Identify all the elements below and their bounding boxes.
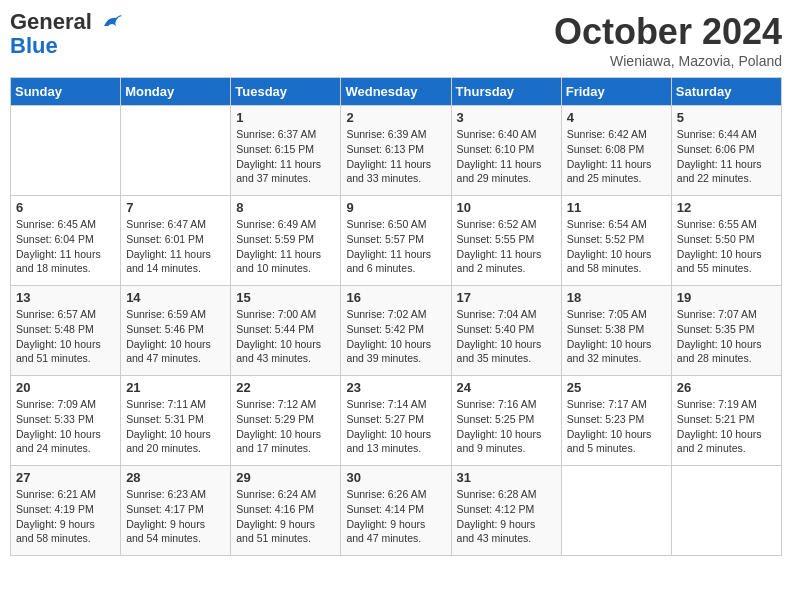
sunset-text: Sunset: 4:16 PM (236, 503, 314, 515)
sunrise-text: Sunrise: 6:40 AM (457, 128, 537, 140)
day-number: 9 (346, 200, 445, 215)
daylight-text: Daylight: 10 hours and 2 minutes. (677, 428, 762, 455)
daylight-text: Daylight: 10 hours and 32 minutes. (567, 338, 652, 365)
page-header: General Blue October 2024 Wieniawa, Mazo… (10, 10, 782, 69)
logo-bird-icon (100, 12, 122, 34)
calendar-cell: 14 Sunrise: 6:59 AM Sunset: 5:46 PM Dayl… (121, 286, 231, 376)
day-number: 30 (346, 470, 445, 485)
sunset-text: Sunset: 5:21 PM (677, 413, 755, 425)
weekday-header: Wednesday (341, 78, 451, 106)
calendar-cell: 29 Sunrise: 6:24 AM Sunset: 4:16 PM Dayl… (231, 466, 341, 556)
day-info: Sunrise: 7:09 AM Sunset: 5:33 PM Dayligh… (16, 397, 115, 456)
sunrise-text: Sunrise: 6:28 AM (457, 488, 537, 500)
month-title: October 2024 (554, 10, 782, 53)
calendar-cell (561, 466, 671, 556)
daylight-text: Daylight: 10 hours and 47 minutes. (126, 338, 211, 365)
daylight-text: Daylight: 10 hours and 51 minutes. (16, 338, 101, 365)
daylight-text: Daylight: 10 hours and 35 minutes. (457, 338, 542, 365)
day-info: Sunrise: 6:39 AM Sunset: 6:13 PM Dayligh… (346, 127, 445, 186)
sunrise-text: Sunrise: 7:02 AM (346, 308, 426, 320)
logo-text-blue: Blue (10, 34, 122, 58)
day-number: 29 (236, 470, 335, 485)
calendar-week-row: 27 Sunrise: 6:21 AM Sunset: 4:19 PM Dayl… (11, 466, 782, 556)
sunset-text: Sunset: 5:59 PM (236, 233, 314, 245)
calendar-cell: 13 Sunrise: 6:57 AM Sunset: 5:48 PM Dayl… (11, 286, 121, 376)
sunrise-text: Sunrise: 6:24 AM (236, 488, 316, 500)
day-number: 12 (677, 200, 776, 215)
daylight-text: Daylight: 9 hours and 58 minutes. (16, 518, 95, 545)
calendar-cell: 16 Sunrise: 7:02 AM Sunset: 5:42 PM Dayl… (341, 286, 451, 376)
daylight-text: Daylight: 9 hours and 47 minutes. (346, 518, 425, 545)
day-number: 23 (346, 380, 445, 395)
sunrise-text: Sunrise: 6:59 AM (126, 308, 206, 320)
daylight-text: Daylight: 11 hours and 18 minutes. (16, 248, 101, 275)
calendar-week-row: 13 Sunrise: 6:57 AM Sunset: 5:48 PM Dayl… (11, 286, 782, 376)
sunrise-text: Sunrise: 6:55 AM (677, 218, 757, 230)
day-info: Sunrise: 7:14 AM Sunset: 5:27 PM Dayligh… (346, 397, 445, 456)
day-info: Sunrise: 6:21 AM Sunset: 4:19 PM Dayligh… (16, 487, 115, 546)
day-info: Sunrise: 6:44 AM Sunset: 6:06 PM Dayligh… (677, 127, 776, 186)
day-number: 27 (16, 470, 115, 485)
day-number: 8 (236, 200, 335, 215)
sunset-text: Sunset: 6:06 PM (677, 143, 755, 155)
logo: General Blue (10, 10, 122, 58)
sunrise-text: Sunrise: 7:14 AM (346, 398, 426, 410)
calendar-cell (671, 466, 781, 556)
calendar-cell: 4 Sunrise: 6:42 AM Sunset: 6:08 PM Dayli… (561, 106, 671, 196)
sunrise-text: Sunrise: 7:12 AM (236, 398, 316, 410)
day-info: Sunrise: 6:59 AM Sunset: 5:46 PM Dayligh… (126, 307, 225, 366)
sunrise-text: Sunrise: 6:49 AM (236, 218, 316, 230)
sunset-text: Sunset: 5:27 PM (346, 413, 424, 425)
sunrise-text: Sunrise: 6:54 AM (567, 218, 647, 230)
day-number: 5 (677, 110, 776, 125)
calendar-header-row: SundayMondayTuesdayWednesdayThursdayFrid… (11, 78, 782, 106)
sunset-text: Sunset: 4:14 PM (346, 503, 424, 515)
day-number: 4 (567, 110, 666, 125)
day-number: 7 (126, 200, 225, 215)
day-number: 6 (16, 200, 115, 215)
day-number: 3 (457, 110, 556, 125)
calendar-cell: 30 Sunrise: 6:26 AM Sunset: 4:14 PM Dayl… (341, 466, 451, 556)
sunset-text: Sunset: 5:44 PM (236, 323, 314, 335)
day-number: 18 (567, 290, 666, 305)
daylight-text: Daylight: 10 hours and 5 minutes. (567, 428, 652, 455)
day-number: 28 (126, 470, 225, 485)
sunrise-text: Sunrise: 6:23 AM (126, 488, 206, 500)
day-number: 17 (457, 290, 556, 305)
sunset-text: Sunset: 6:10 PM (457, 143, 535, 155)
calendar-cell: 7 Sunrise: 6:47 AM Sunset: 6:01 PM Dayli… (121, 196, 231, 286)
daylight-text: Daylight: 11 hours and 2 minutes. (457, 248, 542, 275)
day-number: 13 (16, 290, 115, 305)
sunset-text: Sunset: 5:33 PM (16, 413, 94, 425)
calendar-cell: 20 Sunrise: 7:09 AM Sunset: 5:33 PM Dayl… (11, 376, 121, 466)
daylight-text: Daylight: 10 hours and 55 minutes. (677, 248, 762, 275)
calendar-cell: 10 Sunrise: 6:52 AM Sunset: 5:55 PM Dayl… (451, 196, 561, 286)
sunset-text: Sunset: 4:17 PM (126, 503, 204, 515)
day-number: 22 (236, 380, 335, 395)
sunrise-text: Sunrise: 7:19 AM (677, 398, 757, 410)
day-info: Sunrise: 6:23 AM Sunset: 4:17 PM Dayligh… (126, 487, 225, 546)
calendar-cell: 9 Sunrise: 6:50 AM Sunset: 5:57 PM Dayli… (341, 196, 451, 286)
daylight-text: Daylight: 10 hours and 58 minutes. (567, 248, 652, 275)
day-info: Sunrise: 6:45 AM Sunset: 6:04 PM Dayligh… (16, 217, 115, 276)
calendar-cell: 24 Sunrise: 7:16 AM Sunset: 5:25 PM Dayl… (451, 376, 561, 466)
sunset-text: Sunset: 5:52 PM (567, 233, 645, 245)
sunrise-text: Sunrise: 7:16 AM (457, 398, 537, 410)
calendar-cell: 23 Sunrise: 7:14 AM Sunset: 5:27 PM Dayl… (341, 376, 451, 466)
day-info: Sunrise: 7:12 AM Sunset: 5:29 PM Dayligh… (236, 397, 335, 456)
daylight-text: Daylight: 11 hours and 14 minutes. (126, 248, 211, 275)
calendar-cell: 21 Sunrise: 7:11 AM Sunset: 5:31 PM Dayl… (121, 376, 231, 466)
sunset-text: Sunset: 4:19 PM (16, 503, 94, 515)
daylight-text: Daylight: 9 hours and 51 minutes. (236, 518, 315, 545)
daylight-text: Daylight: 10 hours and 13 minutes. (346, 428, 431, 455)
day-info: Sunrise: 6:26 AM Sunset: 4:14 PM Dayligh… (346, 487, 445, 546)
sunrise-text: Sunrise: 6:45 AM (16, 218, 96, 230)
calendar-cell: 2 Sunrise: 6:39 AM Sunset: 6:13 PM Dayli… (341, 106, 451, 196)
calendar-cell: 26 Sunrise: 7:19 AM Sunset: 5:21 PM Dayl… (671, 376, 781, 466)
calendar-cell: 22 Sunrise: 7:12 AM Sunset: 5:29 PM Dayl… (231, 376, 341, 466)
day-info: Sunrise: 7:07 AM Sunset: 5:35 PM Dayligh… (677, 307, 776, 366)
title-area: October 2024 Wieniawa, Mazovia, Poland (554, 10, 782, 69)
sunrise-text: Sunrise: 6:47 AM (126, 218, 206, 230)
weekday-header: Sunday (11, 78, 121, 106)
daylight-text: Daylight: 10 hours and 9 minutes. (457, 428, 542, 455)
